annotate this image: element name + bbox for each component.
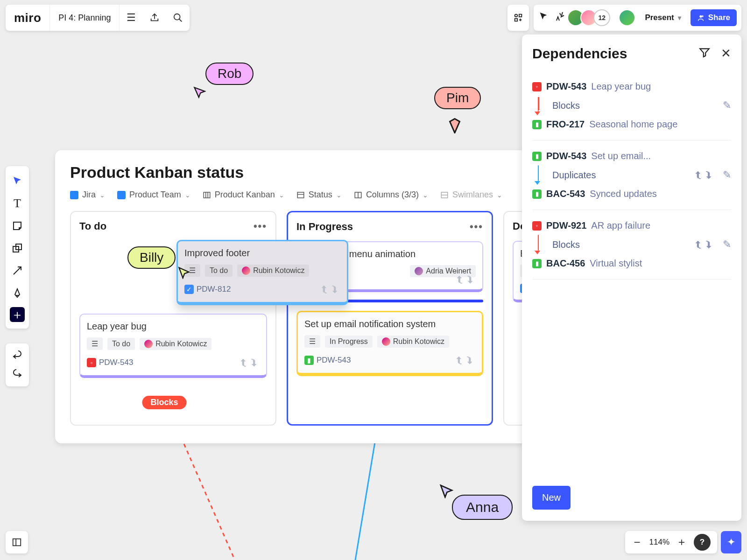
panel-title: Dependencies <box>532 46 627 62</box>
present-button[interactable]: Present▾ <box>641 13 684 22</box>
dependency-group[interactable]: ▮PDW-543Set up email... Duplicates ⮬⮯✎ ▮… <box>532 140 731 210</box>
dependency-line-duplicates <box>350 423 406 560</box>
search-icon[interactable] <box>166 5 190 31</box>
remote-cursor-billy: Billy <box>127 246 176 269</box>
dependency-group[interactable]: ◦PDW-921AR app failure Blocks ⮬⮯✎ ▮BAC-4… <box>532 210 731 280</box>
svg-point-0 <box>174 14 180 20</box>
edit-icon[interactable]: ✎ <box>723 99 731 112</box>
filter-status[interactable]: Status⌄ <box>296 190 342 200</box>
board-name[interactable]: PI 4: Planning <box>50 5 120 31</box>
edit-icon[interactable]: ✎ <box>723 169 731 181</box>
filter-jira[interactable]: Jira⌄ <box>70 190 105 200</box>
arrow-tool[interactable] <box>8 259 26 282</box>
filter-columns[interactable]: Columns (3/3)⌄ <box>354 190 428 200</box>
kanban-filters: Jira⌄ Product Team⌄ Product Kanban⌄ Stat… <box>70 190 591 200</box>
text-tool[interactable]: T <box>8 192 26 215</box>
zoom-level[interactable]: 114% <box>649 538 669 547</box>
top-right-cluster: 12 Present▾ Share <box>507 5 741 31</box>
miro-logo[interactable]: miro <box>6 5 50 31</box>
toolbar: T ＋ <box>6 166 29 329</box>
sticky-tool[interactable] <box>8 215 26 237</box>
status-chip: In Progress <box>325 336 373 348</box>
assignee-chip: Rubin Kotowicz <box>140 338 211 350</box>
jira-sync-icon[interactable]: ⮬⮯ <box>455 273 476 286</box>
kanban-title: Product Kanban status <box>70 163 591 182</box>
undo-button[interactable] <box>8 346 26 365</box>
shape-tool[interactable] <box>8 237 26 259</box>
new-dependency-button[interactable]: New <box>532 486 571 510</box>
card-title: Improved footer <box>184 248 340 259</box>
ai-assist-button[interactable]: ✦ <box>721 531 741 553</box>
filter-team[interactable]: Product Team⌄ <box>117 190 190 200</box>
issue-key: PDW-543 <box>317 356 351 364</box>
help-button[interactable]: ? <box>694 534 711 551</box>
issue-key: PDW-543 <box>546 151 586 161</box>
issue-summary: Set up email... <box>591 151 651 161</box>
jira-sync-icon[interactable]: ⮬⮯ <box>455 354 475 366</box>
relation-label: Blocks <box>552 239 580 250</box>
jira-sync-icon[interactable]: ⮬⮯ <box>694 169 714 181</box>
description-icon: ☰ <box>87 337 103 350</box>
card-title: Set up email notification system <box>304 319 475 329</box>
issue-summary: Virtual stylist <box>590 258 642 269</box>
card-leap-year-bug[interactable]: Leap year bug ☰ To do Rubin Kotowicz ◦PD… <box>79 314 267 378</box>
svg-rect-8 <box>297 192 304 198</box>
close-icon[interactable]: ✕ <box>721 46 731 61</box>
jira-sync-icon[interactable]: ⮬⮯ <box>239 357 260 369</box>
reactions-icon[interactable] <box>554 11 565 24</box>
svg-point-2 <box>699 15 702 18</box>
description-icon: ☰ <box>304 335 320 348</box>
minimap-toggle[interactable] <box>6 531 28 553</box>
undo-redo <box>6 343 29 386</box>
jira-sync-icon[interactable]: ⮬⮯ <box>694 238 714 251</box>
pen-tool[interactable] <box>8 282 26 304</box>
my-avatar[interactable] <box>619 9 635 26</box>
apps-button[interactable] <box>507 5 529 31</box>
avatar-stack[interactable]: 12 <box>571 9 610 26</box>
svg-rect-11 <box>13 539 21 546</box>
column-menu-icon[interactable]: ••• <box>470 221 483 233</box>
assignee-chip: Rubin Kotowicz <box>377 336 449 348</box>
issue-type-icon: ▮ <box>532 259 542 268</box>
remote-cursor-pim: Pim <box>434 87 481 109</box>
filter-swimlanes[interactable]: Swimlanes⌄ <box>440 190 502 200</box>
svg-line-6 <box>355 423 378 560</box>
jira-sync-icon[interactable]: ⮬⮯ <box>320 283 340 295</box>
link-badge-blocks[interactable]: Blocks <box>142 396 186 409</box>
issue-key: PDW-543 <box>99 358 133 367</box>
issue-type-icon: ▮ <box>532 120 542 129</box>
filter-board[interactable]: Product Kanban⌄ <box>203 190 284 200</box>
collab-cluster: 12 Present▾ Share <box>534 5 741 31</box>
column-menu-icon[interactable]: ••• <box>254 220 267 232</box>
zoom-out-button[interactable]: − <box>632 536 643 549</box>
card-email-notification[interactable]: Set up email notification system ☰ In Pr… <box>296 311 483 376</box>
cursor-pointer-icon <box>177 266 190 279</box>
redo-button[interactable] <box>8 365 26 384</box>
edit-icon[interactable]: ✎ <box>723 238 731 251</box>
status-chip: To do <box>205 265 233 277</box>
export-icon[interactable] <box>143 5 166 31</box>
issue-type-icon: ◦ <box>532 221 542 231</box>
dependency-group[interactable]: ◦PDW-543Leap year bug Blocks ✎ ▮FRO-217S… <box>532 71 731 140</box>
dragging-card[interactable]: Improved footer ☰ To do Rubin Kotowicz ✓… <box>176 240 348 305</box>
remote-cursor-rob: Rob <box>205 63 254 85</box>
filter-icon[interactable] <box>698 46 711 61</box>
menu-icon[interactable]: ☰ <box>120 5 143 31</box>
zoom-in-button[interactable]: + <box>676 536 687 549</box>
status-chip: To do <box>107 338 135 350</box>
issue-key: BAC-543 <box>546 189 585 199</box>
select-tool[interactable] <box>8 170 26 192</box>
column-title: To do <box>79 220 106 232</box>
pointer-mode-icon[interactable] <box>538 11 549 24</box>
issue-type-story-icon: ▮ <box>304 356 314 365</box>
zoom-controls: − 114% + ? <box>625 531 717 553</box>
bottom-right-cluster: − 114% + ? ✦ <box>625 531 741 553</box>
issue-type-task-icon: ✓ <box>184 285 194 294</box>
issue-key: PDW-812 <box>197 285 231 294</box>
issue-type-icon: ◦ <box>532 82 542 91</box>
add-tool[interactable]: ＋ <box>10 307 25 322</box>
issue-type-icon: ▮ <box>532 189 542 199</box>
share-button[interactable]: Share <box>691 9 737 26</box>
issue-summary: Synced updates <box>590 189 656 199</box>
issue-key: PDW-543 <box>546 81 586 92</box>
